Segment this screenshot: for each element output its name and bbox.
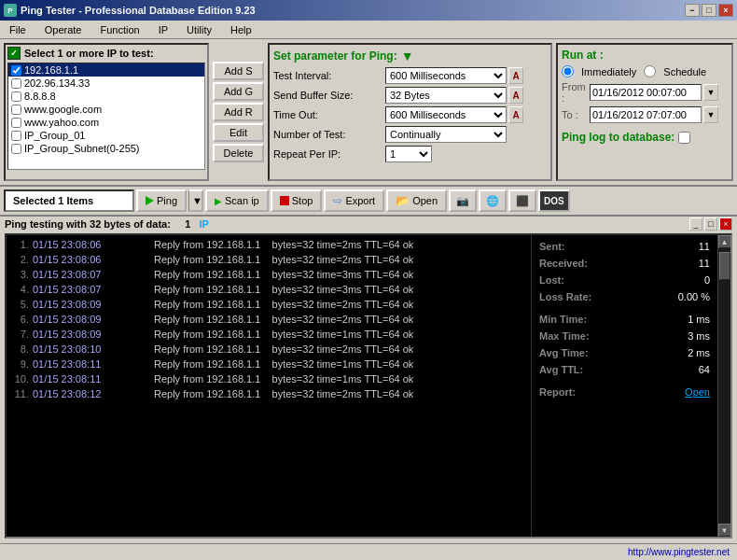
menu-function[interactable]: Function <box>94 23 145 36</box>
from-date-arrow[interactable]: ▼ <box>703 84 718 101</box>
list-item[interactable]: IP_Group_Subnet(0-255) <box>8 142 204 155</box>
stat-section-report: Report: Open <box>539 385 710 399</box>
from-input[interactable] <box>590 84 702 101</box>
ip-checkbox-3[interactable] <box>11 105 21 115</box>
list-item[interactable]: 202.96.134.33 <box>8 77 204 90</box>
log-line-num: 5. <box>10 297 33 312</box>
to-row: To : ▼ <box>562 106 728 123</box>
add-g-button[interactable]: Add G <box>213 82 264 101</box>
list-item[interactable]: www.yahoo.com <box>8 116 204 129</box>
loss-rate-label: Loss Rate: <box>539 289 591 304</box>
stop-button[interactable]: Stop <box>271 189 323 212</box>
menu-ip[interactable]: IP <box>153 23 174 36</box>
log-minimize-button[interactable]: _ <box>689 217 702 231</box>
to-date-arrow[interactable]: ▼ <box>703 106 718 123</box>
stat-avg-ttl: Avg TTL: 64 <box>539 362 710 377</box>
scan-ip-button[interactable]: ▶ Scan ip <box>205 189 269 212</box>
open-button[interactable]: 📂 Open <box>386 189 447 212</box>
immediately-radio[interactable] <box>562 65 574 77</box>
list-item[interactable]: IP_Group_01 <box>8 129 204 142</box>
log-line-data: Reply from 192.168.1.1 bytes=32 time=1ms… <box>154 357 527 371</box>
scrollbar-up-button[interactable]: ▲ <box>718 235 731 248</box>
repeat-per-ip-select[interactable]: 1 <box>385 146 432 162</box>
ip-checkbox-1[interactable] <box>11 78 21 89</box>
ip-label-0: 192.168.1.1 <box>24 64 78 76</box>
log-line-time: 01/15 23:08:10 <box>33 342 154 357</box>
ping-db-checkbox[interactable] <box>678 132 690 144</box>
scrollbar-track[interactable] <box>718 248 730 524</box>
menu-file[interactable]: File <box>4 23 32 36</box>
menu-utility[interactable]: Utility <box>181 23 217 36</box>
delete-button[interactable]: Delete <box>213 144 264 162</box>
monitor-button[interactable]: ⬛ <box>508 189 536 212</box>
log-close-button[interactable]: × <box>719 217 732 231</box>
maximize-button[interactable]: □ <box>702 4 716 17</box>
log-line-time: 01/15 23:08:06 <box>33 237 154 252</box>
log-line-data: Reply from 192.168.1.1 bytes=32 time=2ms… <box>154 312 527 327</box>
report-value[interactable]: Open <box>685 385 710 399</box>
app-icon: P <box>4 4 17 17</box>
log-line-data: Reply from 192.168.1.1 bytes=32 time=3ms… <box>154 267 527 282</box>
log-restore-button[interactable]: □ <box>704 217 717 231</box>
dos-button[interactable]: DOS <box>538 189 570 212</box>
scrollbar-down-button[interactable]: ▼ <box>718 524 731 537</box>
list-item[interactable]: 192.168.1.1 <box>8 63 204 77</box>
stat-lost: Lost: 0 <box>539 273 710 287</box>
log-line-time: 01/15 23:08:07 <box>33 267 154 282</box>
log-line-time: 01/15 23:08:11 <box>33 357 154 371</box>
export-button[interactable]: ⇨ Export <box>324 189 384 212</box>
photo-button[interactable]: 📷 <box>449 189 477 212</box>
list-item[interactable]: www.google.com <box>8 103 204 116</box>
web-button[interactable]: 🌐 <box>479 189 507 212</box>
log-header-text: Ping testing with 32 bytes of data: <box>5 218 171 230</box>
param-row-0: Test Interval: 600 Milliseconds A <box>273 67 547 84</box>
ip-checkbox-5[interactable] <box>11 131 21 141</box>
min-time-label: Min Time: <box>539 312 587 327</box>
menu-help[interactable]: Help <box>225 23 257 36</box>
add-s-button[interactable]: Add S <box>213 62 264 80</box>
ip-checkbox-6[interactable] <box>11 144 21 154</box>
dropdown-icon[interactable]: ▼ <box>401 49 414 63</box>
num-tests-select[interactable]: Continually <box>385 126 507 143</box>
log-line: 10.01/15 23:08:11 Reply from 192.168.1.1… <box>10 371 527 386</box>
ping-db-label: Ping log to database: <box>562 131 674 144</box>
ping-button[interactable]: Ping <box>136 189 187 212</box>
ping-play-icon <box>146 196 154 205</box>
stat-max-time: Max Time: 3 ms <box>539 329 710 343</box>
max-time-label: Max Time: <box>539 329 590 343</box>
timeout-a-button[interactable]: A <box>508 106 523 123</box>
stat-loss-rate: Loss Rate: 0.00 % <box>539 289 710 304</box>
log-line: 11.01/15 23:08:12 Reply from 192.168.1.1… <box>10 386 527 401</box>
add-r-button[interactable]: Add R <box>213 103 264 121</box>
minimize-button[interactable]: − <box>685 4 700 17</box>
param-row-4: Repeat Per IP: 1 <box>273 146 547 162</box>
test-interval-a-button[interactable]: A <box>508 67 523 84</box>
ip-checkbox-0[interactable] <box>11 65 21 76</box>
to-input[interactable] <box>590 106 702 123</box>
test-interval-select[interactable]: 600 Milliseconds <box>385 67 507 84</box>
buffer-size-select[interactable]: 32 Bytes <box>385 87 507 104</box>
avg-time-value: 2 ms <box>688 345 710 360</box>
log-line-num: 1. <box>10 237 33 252</box>
log-line-time: 01/15 23:08:11 <box>33 371 154 386</box>
log-line-data: Reply from 192.168.1.1 bytes=32 time=1ms… <box>154 327 527 342</box>
timeout-select[interactable]: 600 Milliseconds <box>385 106 507 123</box>
statusbar: http://www.pingtester.net <box>0 543 737 560</box>
scrollbar-thumb[interactable] <box>719 252 730 280</box>
ping-dropdown-button[interactable]: ▼ <box>188 189 203 212</box>
menu-operate[interactable]: Operate <box>39 23 88 36</box>
log-scrollbar[interactable]: ▲ ▼ <box>717 235 730 537</box>
ip-checkbox-4[interactable] <box>11 118 21 128</box>
ip-checkbox-2[interactable] <box>11 91 21 102</box>
log-window-controls: _ □ × <box>689 217 732 231</box>
buffer-size-a-button[interactable]: A <box>508 87 523 104</box>
log-line-time: 01/15 23:08:06 <box>33 252 154 267</box>
open-icon: 📂 <box>396 194 410 207</box>
edit-button[interactable]: Edit <box>213 123 264 142</box>
schedule-radio[interactable] <box>644 65 656 77</box>
list-item[interactable]: 8.8.8.8 <box>8 90 204 103</box>
log-line-num: 11. <box>10 386 33 401</box>
close-button[interactable]: × <box>718 4 733 17</box>
app-title: Ping Tester - Professional Database Edit… <box>21 5 256 16</box>
stat-received: Received: 11 <box>539 256 710 271</box>
